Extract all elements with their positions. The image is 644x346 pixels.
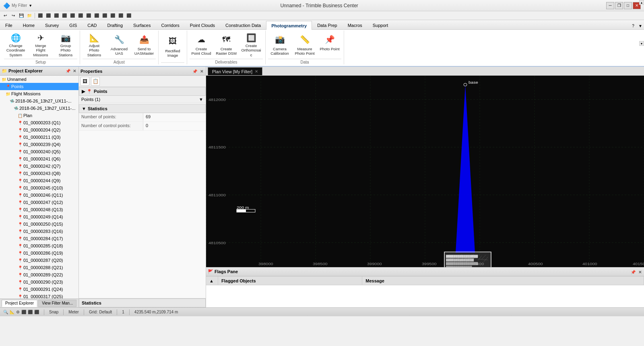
tree-item-19[interactable]: 📍01_00000249 (Q14)	[0, 213, 78, 220]
props-icon-btn1[interactable]: 🖼	[80, 77, 89, 86]
tree-item-20[interactable]: 📍01_00000250 (Q15)	[0, 220, 78, 228]
tab-corridors[interactable]: Corridors	[156, 21, 184, 29]
tree-view[interactable]: 📁Unnamed📍Points📁Flight Missions🛸2018-06-…	[0, 76, 78, 299]
rectified-image-button[interactable]: 🖼 Rectified Image	[161, 33, 184, 60]
qa-btn1[interactable]: ⬛	[37, 12, 44, 19]
tree-item-24[interactable]: 📍01_00000286 (Q19)	[0, 249, 78, 257]
tree-item-17[interactable]: 📍01_00000247 (Q12)	[0, 199, 78, 206]
tree-item-5[interactable]: 📋Plan	[0, 112, 78, 119]
qa-dropdown[interactable]: ▼	[29, 4, 32, 8]
qa-btn9[interactable]: ⬛	[101, 12, 108, 19]
change-coordinate-system-button[interactable]: 🌐 Change Coordinate System	[4, 31, 27, 58]
tree-item-15[interactable]: 📍01_00000245 (Q10)	[0, 184, 78, 192]
camera-calibration-button[interactable]: 📸 Camera Calibration	[268, 31, 291, 58]
tab-data-prep[interactable]: Data Prep	[312, 21, 343, 29]
flags-col-msg-header[interactable]: Message	[362, 276, 644, 285]
tab-macros[interactable]: Macros	[343, 21, 367, 29]
stats-section-header[interactable]: ▼ Statistics	[79, 104, 206, 113]
stats-bottom-header[interactable]: Statistics	[79, 299, 206, 307]
tree-item-30[interactable]: 📍01_00000317 (Q25)	[0, 293, 78, 299]
panel-pin-button[interactable]: 📌	[65, 69, 71, 73]
tab-photogrammetry[interactable]: Photogrammetry	[266, 21, 312, 30]
qa-btn6[interactable]: ⬛	[77, 12, 84, 19]
qa-undo[interactable]: ↩	[2, 12, 9, 19]
tab-surfaces[interactable]: Surfaces	[128, 21, 156, 29]
tree-item-21[interactable]: 📍01_00000283 (Q16)	[0, 228, 78, 235]
measure-photo-point-button[interactable]: 📏 Measure Photo Point	[293, 31, 316, 58]
maximize-button[interactable]: □	[624, 2, 632, 9]
qa-btn8[interactable]: ⬛	[93, 12, 100, 19]
plan-view-tab[interactable]: Plan View [My Filter] ✕	[208, 67, 262, 75]
flags-col-obj-header[interactable]: Flagged Objects	[218, 276, 362, 285]
plan-view[interactable]: 4812000 4811500 4811000 4810500 398000 3…	[206, 76, 644, 267]
qa-btn11[interactable]: ⬛	[117, 12, 124, 19]
flags-pane-close[interactable]: ✕	[638, 270, 642, 274]
ribbon-scroll-up[interactable]: ▲	[639, 0, 644, 5]
adjust-photo-stations-button[interactable]: 📐 Adjust Photo Stations	[83, 31, 106, 58]
qa-redo[interactable]: ↪	[10, 12, 17, 19]
tab-file[interactable]: File	[0, 21, 18, 29]
tab-gis[interactable]: GIS	[64, 21, 82, 29]
bottom-tab-filter[interactable]: View Filter Man...	[38, 300, 76, 307]
tab-support[interactable]: Support	[367, 21, 394, 29]
tree-item-25[interactable]: 📍01_00000287 (Q20)	[0, 257, 78, 264]
tab-construction[interactable]: Construction Data	[220, 21, 266, 29]
tree-item-7[interactable]: 📍01_00000204 (Q2)	[0, 126, 78, 134]
bottom-tab-explorer[interactable]: Project Explorer	[2, 300, 37, 307]
tree-item-4[interactable]: 🛸2018-06-26_13h27_UX11-...	[0, 105, 78, 112]
tree-item-1[interactable]: 📍Points	[0, 83, 78, 90]
tab-point-clouds[interactable]: Point Clouds	[185, 21, 220, 29]
tree-item-27[interactable]: 📍01_00000289 (Q22)	[0, 271, 78, 278]
send-uasmaster-button[interactable]: 📤 Send to UASMaster	[132, 31, 156, 58]
qa-btn2[interactable]: ⬛	[45, 12, 52, 19]
tree-item-11[interactable]: 📍01_00000241 (Q6)	[0, 155, 78, 163]
tree-item-12[interactable]: 📍01_00000242 (Q7)	[0, 163, 78, 170]
qa-btn4[interactable]: ⬛	[61, 12, 68, 19]
qa-btn10[interactable]: ⬛	[109, 12, 116, 19]
props-pin-button[interactable]: 📌	[192, 69, 198, 74]
restore-button[interactable]: ❐	[615, 2, 623, 9]
qa-btn12[interactable]: ⬛	[125, 12, 132, 19]
tree-item-29[interactable]: 📍01_00000291 (Q24)	[0, 286, 78, 293]
qa-open[interactable]: 📁	[26, 12, 33, 19]
tree-item-9[interactable]: 📍01_00000239 (Q4)	[0, 141, 78, 148]
tree-item-28[interactable]: 📍01_00000290 (Q23)	[0, 278, 78, 286]
qa-btn7[interactable]: ⬛	[85, 12, 92, 19]
properties-section-header[interactable]: ▶ 📍 Points	[79, 87, 206, 96]
tree-item-3[interactable]: 🛸2018-06-26_13h27_UX11-...	[0, 97, 78, 105]
tab-cad[interactable]: CAD	[82, 21, 102, 29]
create-orthomosaic-button[interactable]: 🔲 Create Orthomosaic	[239, 31, 263, 58]
minimize-button[interactable]: ─	[606, 2, 614, 9]
props-close-button[interactable]: ✕	[199, 69, 204, 74]
advanced-uas-button[interactable]: 🔧 Advanced UAS	[107, 31, 131, 58]
props-icon-btn2[interactable]: 📋	[91, 77, 100, 86]
plan-view-close[interactable]: ✕	[255, 69, 258, 74]
tab-survey[interactable]: Survey	[40, 21, 64, 29]
tab-drafting[interactable]: Drafting	[102, 21, 128, 29]
qa-btn5[interactable]: ⬛	[69, 12, 76, 19]
tree-item-26[interactable]: 📍01_00000288 (Q21)	[0, 264, 78, 271]
group-photo-stations-button[interactable]: 📷 Group Photo Stations	[54, 31, 77, 58]
tree-item-6[interactable]: 📍01_00000203 (Q1)	[0, 119, 78, 126]
selector-arrow[interactable]: ▼	[199, 97, 203, 102]
panel-close-button[interactable]: ✕	[72, 69, 77, 73]
tree-item-13[interactable]: 📍01_00000243 (Q8)	[0, 170, 78, 177]
tree-item-16[interactable]: 📍01_00000246 (Q11)	[0, 192, 78, 199]
flag-sort-icon[interactable]: ▲	[209, 278, 214, 283]
ribbon-scroll-down[interactable]: ▼	[639, 41, 644, 46]
tree-item-10[interactable]: 📍01_00000240 (Q5)	[0, 148, 78, 155]
flags-pane-pin[interactable]: 📌	[630, 270, 636, 274]
tree-item-0[interactable]: 📁Unnamed	[0, 76, 78, 83]
tree-item-23[interactable]: 📍01_00000285 (Q18)	[0, 242, 78, 249]
qa-btn3[interactable]: ⬛	[53, 12, 60, 19]
tree-item-22[interactable]: 📍01_00000284 (Q17)	[0, 235, 78, 242]
tree-item-2[interactable]: 📁Flight Missions	[0, 90, 78, 97]
tab-home[interactable]: Home	[18, 21, 40, 29]
tree-item-14[interactable]: 📍01_00000244 (Q9)	[0, 177, 78, 184]
ribbon-help-button[interactable]: ?	[630, 22, 637, 29]
merge-flight-missions-button[interactable]: ✈ Merge Flight Missions	[29, 31, 52, 58]
create-point-cloud-button[interactable]: ☁ Create Point Cloud	[190, 31, 213, 58]
tree-item-8[interactable]: 📍01_00000211 (Q3)	[0, 134, 78, 141]
create-raster-dsm-button[interactable]: 🗺 Create Raster DSM	[215, 31, 238, 58]
tree-item-18[interactable]: 📍01_00000248 (Q13)	[0, 206, 78, 213]
